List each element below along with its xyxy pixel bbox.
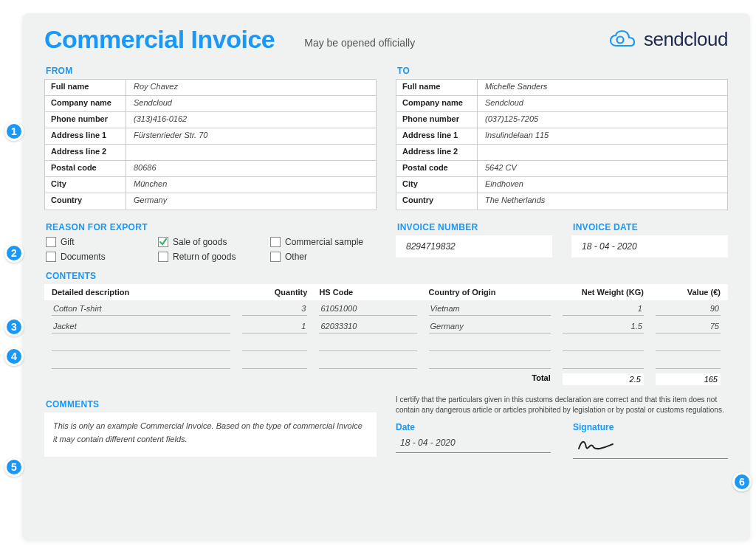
col-value: Value (€) [656,288,721,297]
cell-origin: Germany [429,320,551,334]
cert-text: I certify that the particulars given in … [396,395,728,415]
cell-value: 90 [656,303,721,316]
cell-qty [242,356,307,369]
contents-title: CONTENTS [46,271,728,281]
comments-text: This is only an example Commercial Invoi… [44,412,377,457]
label-addr1: Address line 1 [45,128,126,144]
checkbox-icon [270,252,281,262]
col-hs: HS Code [319,288,416,297]
cell-desc [52,338,230,351]
cell-hs: 61051000 [319,303,416,316]
from-addr2 [126,145,376,160]
label-country: Country [45,193,126,210]
signature-icon [577,437,614,452]
cert-sig-label: Signature [573,421,728,434]
invoice-number-label: INVOICE NUMBER [397,222,552,232]
to-phone: (037)125-7205 [478,112,727,128]
marker-6: 6 [732,472,752,491]
cell-hs [319,338,416,351]
table-row: Cotton T-shirt361051000Vietnam190 [44,300,728,318]
cell-origin: Vietnam [429,303,551,316]
logo-text: sendcloud [644,28,728,51]
from-title: FROM [46,66,377,76]
cell-hs: 62033310 [319,320,416,334]
label-company: Company name [45,96,126,111]
checkbox-gift[interactable]: Gift [46,237,151,247]
contents-table: Detailed description Quantity HS Code Co… [44,284,728,387]
marker-4: 4 [4,347,24,366]
to-postal: 5642 CV [478,161,727,176]
to-company: Sendcloud [478,96,727,111]
cert-date: 18 - 04 - 2020 [396,435,551,453]
marker-1: 1 [4,122,24,141]
invoice-page: Commercial Invoice May be opened officia… [22,13,750,540]
checkbox-return-of-goods[interactable]: Return of goods [158,252,263,262]
total-weight: 2.5 [563,373,644,385]
from-phone: (313)416-0162 [126,112,376,128]
cell-weight [563,338,644,351]
label-full-name: Full name [45,80,126,95]
marker-2: 2 [4,243,24,263]
invoice-number-block: INVOICE NUMBER 8294719832 [396,218,552,263]
from-addr1: Fürstenrieder Str. 70 [126,128,376,144]
checkbox-icon [158,237,168,247]
checkbox-icon [46,252,56,262]
page-title: Commercial Invoice [44,25,275,54]
marker-5: 5 [4,457,24,477]
checkbox-other[interactable]: Other [270,252,375,262]
cell-desc: Jacket [52,320,230,334]
from-company: Sendcloud [126,96,376,111]
table-row: Jacket162033310Germany1.575 [44,318,728,336]
table-row [44,353,728,371]
to-section: TO Full nameMichelle Sanders Company nam… [396,61,728,210]
total-value: 165 [656,373,721,385]
col-qty: Quantity [242,288,307,297]
page-subtitle: May be opened officially [275,31,608,49]
checkbox-documents[interactable]: Documents [46,252,151,262]
from-postal: 80686 [126,161,376,176]
from-section: FROM Full nameRoy Chavez Company nameSen… [44,61,377,210]
to-title: TO [397,66,728,76]
comments-section: COMMENTS This is only an example Commerc… [44,395,377,459]
cell-value [656,338,721,351]
cell-origin [429,356,551,369]
checkbox-label: Return of goods [173,252,236,262]
cell-desc [52,356,230,369]
marker-3: 3 [4,317,24,336]
logo: sendcloud [608,28,728,51]
to-city: Eindhoven [478,177,727,193]
reason-title: REASON FOR EXPORT [46,222,377,232]
checkbox-icon [46,237,56,247]
table-row [44,336,728,353]
cert-date-label: Date [396,421,551,434]
to-country: The Netherlands [478,193,727,210]
invoice-date-block: INVOICE DATE 18 - 04 - 2020 [571,218,728,263]
total-label: Total [429,373,551,385]
signature [573,435,728,459]
to-addr1: Insulindelaan 115 [478,128,727,144]
checkbox-sale-of-goods[interactable]: Sale of goods [158,237,263,247]
checkbox-label: Sale of goods [173,237,227,247]
reason-section: REASON FOR EXPORT GiftSale of goodsComme… [44,218,377,263]
col-origin: Country of Origin [429,288,551,297]
col-desc: Detailed description [52,288,230,297]
comments-title: COMMENTS [46,399,377,410]
label-addr2: Address line 2 [45,145,126,160]
cell-hs [319,356,416,369]
invoice-number: 8294719832 [396,235,552,258]
checkbox-label: Other [285,252,307,262]
from-city: München [126,177,376,193]
cloud-icon [608,30,638,50]
checkbox-label: Documents [61,252,106,262]
cell-weight: 1.5 [563,320,644,334]
label-phone: Phone number [45,112,126,128]
checkbox-commercial-sample[interactable]: Commercial sample [270,237,375,247]
col-weight: Net Weight (KG) [563,288,644,297]
cell-origin [429,338,551,351]
from-country: Germany [126,193,376,210]
checkbox-label: Gift [61,237,75,247]
cell-qty: 1 [242,320,307,334]
to-full-name: Michelle Sanders [478,80,727,95]
cell-qty [242,338,307,351]
cell-qty: 3 [242,303,307,316]
